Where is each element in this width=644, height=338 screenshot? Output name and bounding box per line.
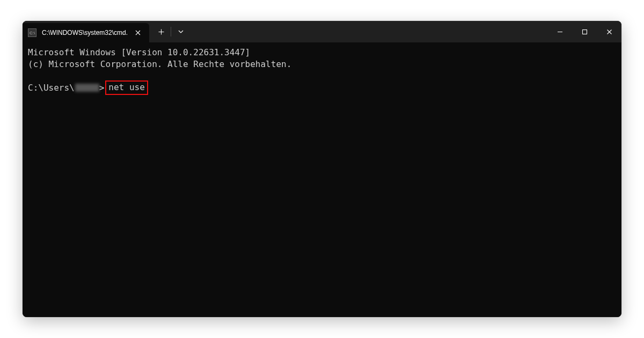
tab-actions [151, 21, 191, 42]
close-tab-button[interactable] [133, 28, 143, 38]
terminal-body[interactable]: Microsoft Windows [Version 10.0.22631.34… [23, 42, 621, 317]
svg-rect-0 [582, 30, 587, 34]
active-tab[interactable]: C:\ C:\WINDOWS\system32\cmd. [23, 23, 149, 42]
titlebar: C:\ C:\WINDOWS\system32\cmd. [23, 21, 621, 42]
terminal-window: C:\ C:\WINDOWS\system32\cmd. [23, 21, 621, 317]
command-text: net use [108, 82, 144, 92]
new-tab-button[interactable] [151, 21, 171, 42]
minimize-button[interactable] [547, 21, 572, 42]
version-line: Microsoft Windows [Version 10.0.22631.34… [28, 47, 616, 58]
redacted-username [75, 84, 99, 92]
cmd-icon: C:\ [28, 28, 36, 37]
copyright-line: (c) Microsoft Corporation. Alle Rechte v… [28, 58, 616, 70]
close-window-button[interactable] [597, 21, 621, 42]
prompt-separator: > [99, 82, 105, 94]
window-controls [547, 21, 621, 42]
prompt-line: C:\Users\>net use [28, 80, 616, 95]
titlebar-drag-area[interactable] [191, 21, 547, 42]
maximize-button[interactable] [572, 21, 597, 42]
prompt-prefix: C:\Users\ [28, 82, 75, 94]
tab-dropdown-button[interactable] [171, 21, 191, 42]
highlighted-command: net use [105, 80, 148, 95]
tab-title: C:\WINDOWS\system32\cmd. [42, 29, 128, 36]
